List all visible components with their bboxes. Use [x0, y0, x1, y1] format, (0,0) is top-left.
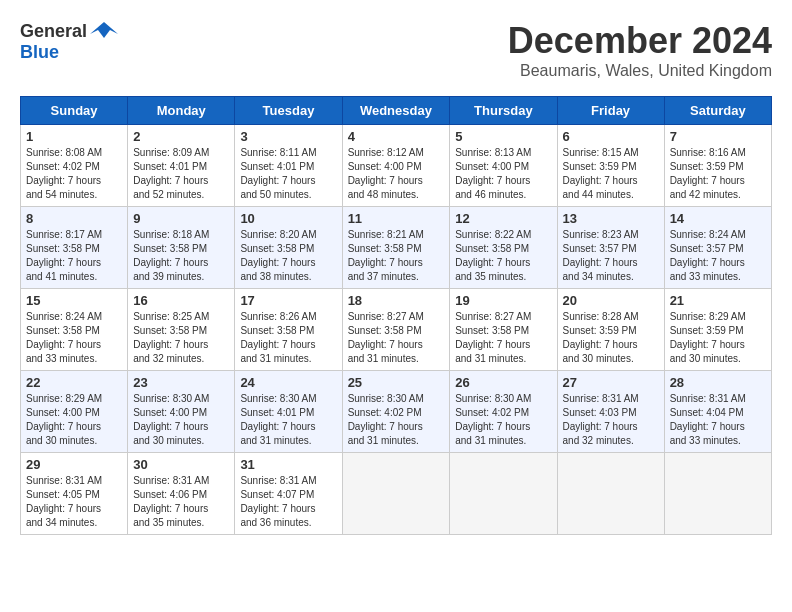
calendar-header-row: SundayMondayTuesdayWednesdayThursdayFrid… — [21, 97, 772, 125]
calendar-cell — [450, 453, 557, 535]
calendar-cell: 16Sunrise: 8:25 AMSunset: 3:58 PMDayligh… — [128, 289, 235, 371]
calendar-cell: 30Sunrise: 8:31 AMSunset: 4:06 PMDayligh… — [128, 453, 235, 535]
calendar-cell: 17Sunrise: 8:26 AMSunset: 3:58 PMDayligh… — [235, 289, 342, 371]
day-number: 5 — [455, 129, 551, 144]
cell-info: Sunrise: 8:23 AMSunset: 3:57 PMDaylight:… — [563, 228, 659, 284]
day-number: 2 — [133, 129, 229, 144]
calendar-cell: 2Sunrise: 8:09 AMSunset: 4:01 PMDaylight… — [128, 125, 235, 207]
cell-info: Sunrise: 8:31 AMSunset: 4:04 PMDaylight:… — [670, 392, 766, 448]
cell-info: Sunrise: 8:31 AMSunset: 4:03 PMDaylight:… — [563, 392, 659, 448]
day-number: 15 — [26, 293, 122, 308]
calendar-cell: 15Sunrise: 8:24 AMSunset: 3:58 PMDayligh… — [21, 289, 128, 371]
day-header-tuesday: Tuesday — [235, 97, 342, 125]
cell-info: Sunrise: 8:16 AMSunset: 3:59 PMDaylight:… — [670, 146, 766, 202]
day-number: 19 — [455, 293, 551, 308]
logo-blue-text: Blue — [20, 42, 59, 62]
cell-info: Sunrise: 8:30 AMSunset: 4:01 PMDaylight:… — [240, 392, 336, 448]
cell-info: Sunrise: 8:24 AMSunset: 3:58 PMDaylight:… — [26, 310, 122, 366]
day-number: 21 — [670, 293, 766, 308]
calendar-cell — [664, 453, 771, 535]
day-number: 30 — [133, 457, 229, 472]
calendar-cell: 26Sunrise: 8:30 AMSunset: 4:02 PMDayligh… — [450, 371, 557, 453]
cell-info: Sunrise: 8:29 AMSunset: 4:00 PMDaylight:… — [26, 392, 122, 448]
calendar-cell: 10Sunrise: 8:20 AMSunset: 3:58 PMDayligh… — [235, 207, 342, 289]
calendar-cell: 19Sunrise: 8:27 AMSunset: 3:58 PMDayligh… — [450, 289, 557, 371]
day-number: 27 — [563, 375, 659, 390]
cell-info: Sunrise: 8:11 AMSunset: 4:01 PMDaylight:… — [240, 146, 336, 202]
day-number: 7 — [670, 129, 766, 144]
title-section: December 2024 Beaumaris, Wales, United K… — [508, 20, 772, 80]
cell-info: Sunrise: 8:30 AMSunset: 4:02 PMDaylight:… — [455, 392, 551, 448]
day-number: 23 — [133, 375, 229, 390]
day-header-sunday: Sunday — [21, 97, 128, 125]
day-number: 1 — [26, 129, 122, 144]
cell-info: Sunrise: 8:31 AMSunset: 4:05 PMDaylight:… — [26, 474, 122, 530]
day-number: 16 — [133, 293, 229, 308]
calendar-cell: 20Sunrise: 8:28 AMSunset: 3:59 PMDayligh… — [557, 289, 664, 371]
calendar-cell: 25Sunrise: 8:30 AMSunset: 4:02 PMDayligh… — [342, 371, 450, 453]
calendar-cell: 6Sunrise: 8:15 AMSunset: 3:59 PMDaylight… — [557, 125, 664, 207]
logo-bird-icon — [90, 20, 118, 42]
day-number: 18 — [348, 293, 445, 308]
cell-info: Sunrise: 8:21 AMSunset: 3:58 PMDaylight:… — [348, 228, 445, 284]
cell-info: Sunrise: 8:17 AMSunset: 3:58 PMDaylight:… — [26, 228, 122, 284]
location-subtitle: Beaumaris, Wales, United Kingdom — [508, 62, 772, 80]
day-number: 25 — [348, 375, 445, 390]
cell-info: Sunrise: 8:13 AMSunset: 4:00 PMDaylight:… — [455, 146, 551, 202]
calendar-cell: 11Sunrise: 8:21 AMSunset: 3:58 PMDayligh… — [342, 207, 450, 289]
day-number: 29 — [26, 457, 122, 472]
day-number: 10 — [240, 211, 336, 226]
calendar-cell: 29Sunrise: 8:31 AMSunset: 4:05 PMDayligh… — [21, 453, 128, 535]
calendar-cell: 21Sunrise: 8:29 AMSunset: 3:59 PMDayligh… — [664, 289, 771, 371]
day-header-wednesday: Wednesday — [342, 97, 450, 125]
calendar-week-row: 1Sunrise: 8:08 AMSunset: 4:02 PMDaylight… — [21, 125, 772, 207]
calendar-cell: 3Sunrise: 8:11 AMSunset: 4:01 PMDaylight… — [235, 125, 342, 207]
calendar-cell: 12Sunrise: 8:22 AMSunset: 3:58 PMDayligh… — [450, 207, 557, 289]
calendar-week-row: 8Sunrise: 8:17 AMSunset: 3:58 PMDaylight… — [21, 207, 772, 289]
month-year-title: December 2024 — [508, 20, 772, 62]
cell-info: Sunrise: 8:30 AMSunset: 4:02 PMDaylight:… — [348, 392, 445, 448]
svg-marker-0 — [90, 22, 118, 38]
cell-info: Sunrise: 8:08 AMSunset: 4:02 PMDaylight:… — [26, 146, 122, 202]
day-number: 22 — [26, 375, 122, 390]
calendar-cell: 31Sunrise: 8:31 AMSunset: 4:07 PMDayligh… — [235, 453, 342, 535]
day-number: 28 — [670, 375, 766, 390]
day-number: 9 — [133, 211, 229, 226]
cell-info: Sunrise: 8:31 AMSunset: 4:06 PMDaylight:… — [133, 474, 229, 530]
cell-info: Sunrise: 8:24 AMSunset: 3:57 PMDaylight:… — [670, 228, 766, 284]
cell-info: Sunrise: 8:09 AMSunset: 4:01 PMDaylight:… — [133, 146, 229, 202]
calendar-cell: 27Sunrise: 8:31 AMSunset: 4:03 PMDayligh… — [557, 371, 664, 453]
calendar-cell: 22Sunrise: 8:29 AMSunset: 4:00 PMDayligh… — [21, 371, 128, 453]
cell-info: Sunrise: 8:22 AMSunset: 3:58 PMDaylight:… — [455, 228, 551, 284]
calendar-cell — [342, 453, 450, 535]
day-number: 12 — [455, 211, 551, 226]
calendar-cell — [557, 453, 664, 535]
calendar-cell: 4Sunrise: 8:12 AMSunset: 4:00 PMDaylight… — [342, 125, 450, 207]
day-header-monday: Monday — [128, 97, 235, 125]
calendar-cell: 13Sunrise: 8:23 AMSunset: 3:57 PMDayligh… — [557, 207, 664, 289]
day-number: 24 — [240, 375, 336, 390]
calendar-cell: 9Sunrise: 8:18 AMSunset: 3:58 PMDaylight… — [128, 207, 235, 289]
day-number: 26 — [455, 375, 551, 390]
logo: General Blue — [20, 20, 118, 63]
calendar-cell: 8Sunrise: 8:17 AMSunset: 3:58 PMDaylight… — [21, 207, 128, 289]
calendar-week-row: 15Sunrise: 8:24 AMSunset: 3:58 PMDayligh… — [21, 289, 772, 371]
calendar-week-row: 22Sunrise: 8:29 AMSunset: 4:00 PMDayligh… — [21, 371, 772, 453]
calendar-cell: 7Sunrise: 8:16 AMSunset: 3:59 PMDaylight… — [664, 125, 771, 207]
calendar-cell: 18Sunrise: 8:27 AMSunset: 3:58 PMDayligh… — [342, 289, 450, 371]
calendar-cell: 14Sunrise: 8:24 AMSunset: 3:57 PMDayligh… — [664, 207, 771, 289]
cell-info: Sunrise: 8:29 AMSunset: 3:59 PMDaylight:… — [670, 310, 766, 366]
calendar-cell: 23Sunrise: 8:30 AMSunset: 4:00 PMDayligh… — [128, 371, 235, 453]
cell-info: Sunrise: 8:26 AMSunset: 3:58 PMDaylight:… — [240, 310, 336, 366]
day-number: 13 — [563, 211, 659, 226]
day-number: 8 — [26, 211, 122, 226]
day-header-saturday: Saturday — [664, 97, 771, 125]
day-header-thursday: Thursday — [450, 97, 557, 125]
cell-info: Sunrise: 8:27 AMSunset: 3:58 PMDaylight:… — [348, 310, 445, 366]
day-number: 11 — [348, 211, 445, 226]
calendar-cell: 1Sunrise: 8:08 AMSunset: 4:02 PMDaylight… — [21, 125, 128, 207]
day-number: 4 — [348, 129, 445, 144]
cell-info: Sunrise: 8:27 AMSunset: 3:58 PMDaylight:… — [455, 310, 551, 366]
cell-info: Sunrise: 8:30 AMSunset: 4:00 PMDaylight:… — [133, 392, 229, 448]
day-number: 14 — [670, 211, 766, 226]
